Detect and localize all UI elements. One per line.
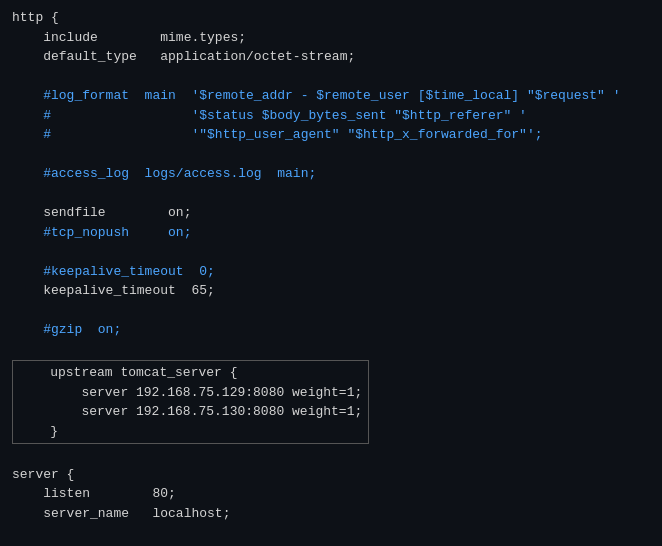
line-empty-6 <box>12 340 650 360</box>
line-tcp-nopush: #tcp_nopush on; <box>12 223 650 243</box>
line-log-format-3: # '"$http_user_agent" "$http_x_forwarded… <box>12 125 650 145</box>
upstream-server-1: server 192.168.75.129:8080 weight=1; <box>19 383 362 403</box>
line-empty-7 <box>12 445 650 465</box>
code-editor: http { include mime.types; default_type … <box>0 0 662 546</box>
line-sendfile: sendfile on; <box>12 203 650 223</box>
line-empty-2 <box>12 145 650 165</box>
line-keepalive-comment: #keepalive_timeout 0; <box>12 262 650 282</box>
line-listen: listen 80; <box>12 484 650 504</box>
upstream-close: } <box>19 422 362 442</box>
line-http-open: http { <box>12 8 650 28</box>
line-empty-4 <box>12 242 650 262</box>
line-server-open: server { <box>12 465 650 485</box>
line-gzip: #gzip on; <box>12 320 650 340</box>
line-log-format-2: # '$status $body_bytes_sent "$http_refer… <box>12 106 650 126</box>
line-log-format: #log_format main '$remote_addr - $remote… <box>12 86 650 106</box>
line-empty-3 <box>12 184 650 204</box>
line-empty-8 <box>12 523 650 543</box>
upstream-server-2: server 192.168.75.130:8080 weight=1; <box>19 402 362 422</box>
line-charset: #charset koi8-r; <box>12 543 650 547</box>
upstream-block: upstream tomcat_server { server 192.168.… <box>12 360 369 444</box>
line-access-log: #access_log logs/access.log main; <box>12 164 650 184</box>
line-server-name: server_name localhost; <box>12 504 650 524</box>
line-include: include mime.types; <box>12 28 650 48</box>
line-empty-1 <box>12 67 650 87</box>
line-default-type: default_type application/octet-stream; <box>12 47 650 67</box>
upstream-open: upstream tomcat_server { <box>19 363 362 383</box>
line-keepalive: keepalive_timeout 65; <box>12 281 650 301</box>
line-empty-5 <box>12 301 650 321</box>
